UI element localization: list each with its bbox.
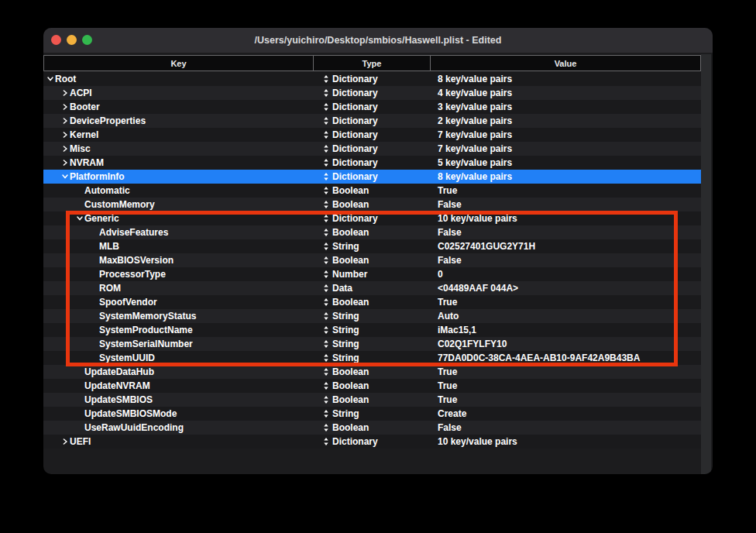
- table-row[interactable]: SystemProductNameStringiMac15,1: [43, 323, 701, 337]
- disclosure-collapsed-icon[interactable]: [60, 438, 70, 445]
- type-popup-stepper-icon[interactable]: [324, 159, 328, 167]
- row-type-label[interactable]: String: [332, 325, 359, 335]
- table-row[interactable]: SystemSerialNumberStringC02Q1FYLFY10: [43, 337, 701, 351]
- type-popup-stepper-icon[interactable]: [324, 354, 328, 362]
- row-type-label[interactable]: Boolean: [332, 422, 369, 433]
- row-type-label[interactable]: Boolean: [332, 297, 369, 308]
- scrollbar-track[interactable]: [701, 54, 711, 474]
- type-popup-stepper-icon[interactable]: [324, 215, 328, 222]
- row-value-label[interactable]: True: [438, 394, 457, 405]
- table-row[interactable]: DevicePropertiesDictionary2 key/value pa…: [43, 114, 701, 128]
- row-type-label[interactable]: Boolean: [332, 185, 369, 196]
- type-popup-stepper-icon[interactable]: [324, 382, 328, 390]
- type-popup-stepper-icon[interactable]: [324, 284, 328, 292]
- row-value-label[interactable]: 8 key/value pairs: [438, 74, 512, 84]
- type-popup-stepper-icon[interactable]: [324, 312, 328, 320]
- type-popup-stepper-icon[interactable]: [324, 89, 328, 97]
- row-type-label[interactable]: Dictionary: [332, 101, 378, 112]
- disclosure-collapsed-icon[interactable]: [60, 89, 70, 97]
- row-type-label[interactable]: Boolean: [332, 199, 369, 210]
- table-row[interactable]: ACPIDictionary4 key/value pairs: [43, 86, 701, 100]
- type-popup-stepper-icon[interactable]: [324, 396, 328, 404]
- table-row[interactable]: BooterDictionary3 key/value pairs: [43, 100, 701, 114]
- row-type-label[interactable]: Boolean: [332, 366, 369, 377]
- table-row[interactable]: MLBStringC02527401GUG2Y71H: [43, 239, 701, 253]
- type-popup-stepper-icon[interactable]: [324, 145, 328, 153]
- row-type-label[interactable]: String: [332, 241, 359, 252]
- table-row[interactable]: UpdateSMBIOSModeStringCreate: [43, 407, 701, 421]
- row-type-label[interactable]: Dictionary: [332, 213, 378, 224]
- disclosure-expanded-icon[interactable]: [46, 75, 55, 83]
- type-popup-stepper-icon[interactable]: [324, 131, 328, 139]
- disclosure-expanded-icon[interactable]: [75, 215, 84, 222]
- type-popup-stepper-icon[interactable]: [324, 75, 328, 83]
- type-popup-stepper-icon[interactable]: [324, 201, 328, 208]
- row-value-label[interactable]: 77DA0D0C-38CA-4AEA-AB10-9AF42A9B43BA: [438, 352, 640, 363]
- row-value-label[interactable]: <04489AAF 044A>: [438, 283, 518, 294]
- row-type-label[interactable]: String: [332, 339, 359, 349]
- row-type-label[interactable]: Dictionary: [332, 171, 378, 182]
- row-value-label[interactable]: 10 key/value pairs: [438, 213, 517, 224]
- row-type-label[interactable]: Boolean: [332, 227, 369, 238]
- type-popup-stepper-icon[interactable]: [324, 229, 328, 236]
- row-value-label[interactable]: 0: [438, 269, 443, 280]
- row-value-label[interactable]: C02527401GUG2Y71H: [438, 241, 535, 252]
- type-popup-stepper-icon[interactable]: [324, 270, 328, 278]
- type-popup-stepper-icon[interactable]: [324, 256, 328, 264]
- table-row[interactable]: CustomMemoryBooleanFalse: [43, 198, 701, 211]
- row-type-label[interactable]: String: [332, 408, 359, 419]
- row-value-label[interactable]: Create: [438, 408, 466, 419]
- table-row[interactable]: ROMData<04489AAF 044A>: [43, 281, 701, 295]
- row-value-label[interactable]: False: [438, 227, 462, 238]
- row-value-label[interactable]: True: [438, 185, 457, 196]
- column-header-type[interactable]: Type: [314, 56, 431, 70]
- table-row[interactable]: UseRawUuidEncodingBooleanFalse: [43, 421, 701, 435]
- type-popup-stepper-icon[interactable]: [324, 173, 328, 181]
- row-value-label[interactable]: iMac15,1: [438, 325, 476, 335]
- table-row[interactable]: PlatformInfoDictionary8 key/value pairs: [43, 170, 701, 184]
- row-value-label[interactable]: 4 key/value pairs: [438, 88, 512, 98]
- type-popup-stepper-icon[interactable]: [324, 103, 328, 111]
- row-value-label[interactable]: False: [438, 255, 462, 266]
- column-header-value[interactable]: Value: [431, 56, 700, 70]
- disclosure-collapsed-icon[interactable]: [60, 117, 70, 125]
- table-row[interactable]: UpdateSMBIOSBooleanTrue: [43, 393, 701, 407]
- row-type-label[interactable]: Boolean: [332, 380, 369, 391]
- row-type-label[interactable]: Number: [332, 269, 367, 280]
- table-row[interactable]: UEFIDictionary10 key/value pairs: [43, 435, 701, 449]
- table-row[interactable]: SystemUUIDString77DA0D0C-38CA-4AEA-AB10-…: [43, 351, 701, 365]
- row-type-label[interactable]: Dictionary: [332, 115, 378, 126]
- disclosure-collapsed-icon[interactable]: [60, 145, 70, 153]
- row-value-label[interactable]: 7 key/value pairs: [438, 129, 512, 140]
- row-value-label[interactable]: True: [438, 366, 457, 377]
- row-value-label[interactable]: 3 key/value pairs: [438, 101, 512, 112]
- disclosure-collapsed-icon[interactable]: [60, 131, 70, 139]
- disclosure-collapsed-icon[interactable]: [60, 103, 70, 111]
- row-value-label[interactable]: False: [438, 422, 462, 433]
- disclosure-collapsed-icon[interactable]: [60, 159, 70, 167]
- type-popup-stepper-icon[interactable]: [324, 410, 328, 418]
- type-popup-stepper-icon[interactable]: [324, 368, 328, 376]
- table-row[interactable]: NVRAMDictionary5 key/value pairs: [43, 156, 701, 170]
- row-type-label[interactable]: Dictionary: [332, 157, 378, 168]
- table-row[interactable]: KernelDictionary7 key/value pairs: [43, 128, 701, 142]
- row-value-label[interactable]: 8 key/value pairs: [438, 171, 512, 182]
- type-popup-stepper-icon[interactable]: [324, 424, 328, 432]
- row-value-label[interactable]: 10 key/value pairs: [438, 436, 517, 447]
- table-row[interactable]: UpdateDataHubBooleanTrue: [43, 365, 701, 379]
- row-type-label[interactable]: String: [332, 311, 359, 322]
- row-value-label[interactable]: False: [438, 199, 462, 210]
- window-titlebar[interactable]: /Users/yuichiro/Desktop/smbios/Haswell.p…: [43, 28, 713, 53]
- table-row[interactable]: AdviseFeaturesBooleanFalse: [43, 225, 701, 239]
- row-value-label[interactable]: C02Q1FYLFY10: [438, 339, 507, 349]
- type-popup-stepper-icon[interactable]: [324, 326, 328, 334]
- row-type-label[interactable]: Dictionary: [332, 129, 378, 140]
- type-popup-stepper-icon[interactable]: [324, 438, 328, 445]
- column-header-key[interactable]: Key: [44, 56, 314, 70]
- row-type-label[interactable]: Boolean: [332, 394, 369, 405]
- table-row[interactable]: SystemMemoryStatusStringAuto: [43, 309, 701, 323]
- row-type-label[interactable]: String: [332, 352, 359, 363]
- row-value-label[interactable]: 2 key/value pairs: [438, 115, 512, 126]
- table-row[interactable]: MiscDictionary7 key/value pairs: [43, 142, 701, 156]
- type-popup-stepper-icon[interactable]: [324, 117, 328, 125]
